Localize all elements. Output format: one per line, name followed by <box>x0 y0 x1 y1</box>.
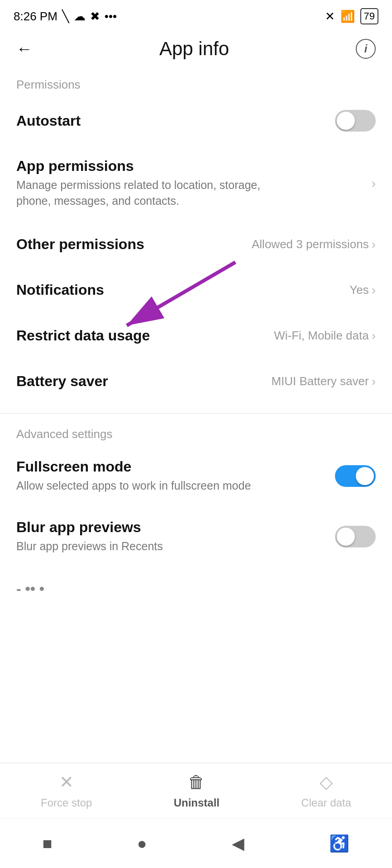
force-stop-icon: ✕ <box>59 772 74 792</box>
other-permissions-title: Other permissions <box>16 236 144 253</box>
restrict-data-usage-row[interactable]: Restrict data usage Wi-Fi, Mobile data › <box>0 313 392 359</box>
fullscreen-toggle-knob <box>356 467 374 485</box>
blur-app-previews-subtitle: Blur app previews in Recents <box>16 538 270 554</box>
app-permissions-row[interactable]: App permissions Manage permissions relat… <box>0 145 392 222</box>
status-right: ✕ 📶 79 <box>325 8 378 24</box>
autostart-row[interactable]: Autostart <box>0 96 392 145</box>
partial-row: - •• • <box>0 567 392 602</box>
status-bar: 8:26 PM ╲ ☁ ✖ ••• ✕ 📶 79 <box>0 0 392 29</box>
blur-app-previews-row[interactable]: Blur app previews Blur app previews in R… <box>0 506 392 567</box>
clear-data-action[interactable]: ◇ Clear data <box>301 772 351 809</box>
blur-toggle-knob <box>337 528 355 546</box>
more-icon: ••• <box>105 9 117 24</box>
wifi-icon: 📶 <box>340 9 355 24</box>
info-button[interactable]: i <box>356 39 376 59</box>
section-divider <box>0 413 392 414</box>
fullscreen-mode-row[interactable]: Fullscreen mode Allow selected apps to w… <box>0 446 392 506</box>
signal-icon: ╲ <box>62 9 69 24</box>
nav-bar: ■ ● ◀ ♿ <box>0 818 392 868</box>
nav-square-icon[interactable]: ■ <box>43 834 53 853</box>
autostart-title: Autostart <box>16 113 81 129</box>
battery-x-icon: ✕ <box>325 9 335 24</box>
notifications-chevron: › <box>372 283 376 297</box>
other-permissions-value: Allowed 3 permissions › <box>252 237 376 252</box>
page-title: App info <box>159 38 229 60</box>
autostart-toggle[interactable] <box>335 110 376 132</box>
blur-app-previews-left: Blur app previews Blur app previews in R… <box>16 519 335 554</box>
restrict-data-usage-title: Restrict data usage <box>16 327 150 344</box>
clear-data-label: Clear data <box>301 797 351 809</box>
fullscreen-mode-title: Fullscreen mode <box>16 458 335 475</box>
status-left: 8:26 PM ╲ ☁ ✖ ••• <box>14 9 117 24</box>
partial-row-title: - •• • <box>16 580 44 597</box>
back-button[interactable]: ← <box>16 39 33 58</box>
nav-back-icon[interactable]: ◀ <box>232 834 244 853</box>
uninstall-action[interactable]: 🗑 Uninstall <box>174 773 220 809</box>
app-permissions-chevron: › <box>372 176 376 191</box>
app-permissions-title: App permissions <box>16 158 372 175</box>
notifications-row[interactable]: Notifications Yes › <box>0 267 392 313</box>
nav-circle-icon[interactable]: ● <box>137 834 147 853</box>
fullscreen-mode-subtitle: Allow selected apps to work in fullscree… <box>16 478 270 494</box>
uninstall-icon: 🗑 <box>188 773 205 792</box>
nav-accessibility-icon[interactable]: ♿ <box>329 834 349 853</box>
battery-saver-row[interactable]: Battery saver MIUI Battery saver › <box>0 359 392 404</box>
notification-icon: ✖ <box>90 9 100 24</box>
advanced-section-label: Advanced settings <box>0 423 392 446</box>
uninstall-label: Uninstall <box>174 797 220 809</box>
clear-data-icon: ◇ <box>320 772 333 792</box>
force-stop-label: Force stop <box>41 797 92 809</box>
time: 8:26 PM <box>14 9 57 24</box>
permissions-section-label: Permissions <box>0 73 392 96</box>
blur-app-previews-toggle[interactable] <box>335 526 376 547</box>
battery-indicator: 79 <box>360 8 378 24</box>
fullscreen-mode-left: Fullscreen mode Allow selected apps to w… <box>16 458 335 494</box>
header: ← App info i <box>0 29 392 73</box>
other-permissions-chevron: › <box>372 237 376 252</box>
force-stop-action[interactable]: ✕ Force stop <box>41 772 92 809</box>
battery-saver-chevron: › <box>372 374 376 389</box>
cloud-icon: ☁ <box>74 9 86 24</box>
blur-app-previews-title: Blur app previews <box>16 519 335 536</box>
toggle-knob <box>337 112 355 130</box>
app-permissions-subtitle: Manage permissions related to location, … <box>16 177 270 209</box>
battery-saver-value: MIUI Battery saver › <box>271 374 376 389</box>
notifications-value: Yes › <box>349 283 376 297</box>
fullscreen-mode-toggle[interactable] <box>335 465 376 487</box>
app-permissions-left: App permissions Manage permissions relat… <box>16 158 372 209</box>
bottom-action-bar: ✕ Force stop 🗑 Uninstall ◇ Clear data <box>0 763 392 814</box>
notifications-title: Notifications <box>16 282 104 298</box>
restrict-data-chevron: › <box>372 329 376 343</box>
other-permissions-row[interactable]: Other permissions Allowed 3 permissions … <box>0 222 392 267</box>
battery-saver-title: Battery saver <box>16 373 108 390</box>
restrict-data-usage-value: Wi-Fi, Mobile data › <box>274 329 376 343</box>
